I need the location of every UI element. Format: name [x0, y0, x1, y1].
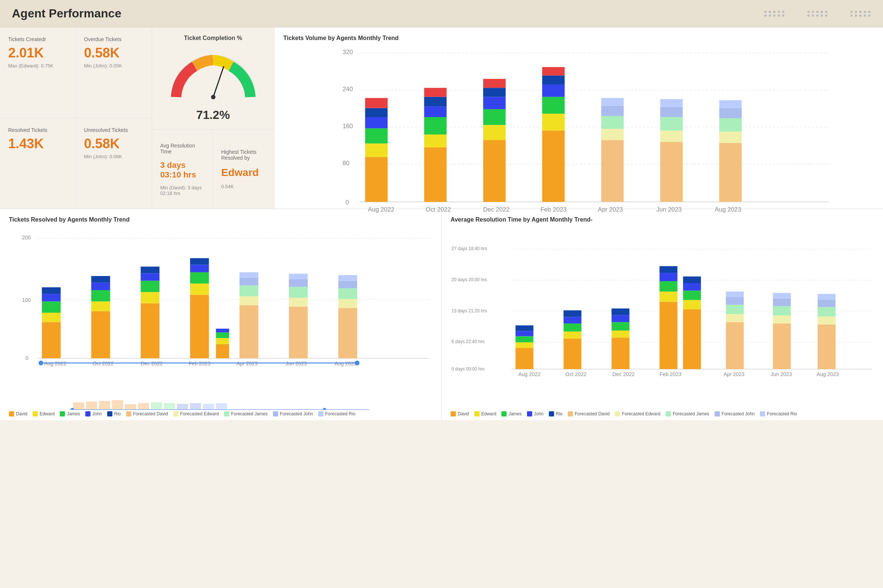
dot: [812, 15, 814, 16]
page-title: Agent Performance: [12, 7, 121, 20]
svg-rect-123: [203, 404, 214, 410]
svg-rect-80: [190, 284, 209, 294]
svg-rect-24: [483, 140, 506, 202]
leg-r-f-david-label: Forecasted David: [133, 411, 168, 417]
svg-rect-72: [91, 283, 110, 290]
svg-rect-73: [91, 276, 110, 283]
dot: [868, 11, 870, 13]
avg-res-highest-row: Avg Resolution Time 3 days 03:10 hrs Min…: [152, 130, 274, 208]
svg-rect-98: [338, 308, 357, 358]
svg-text:Aug 2022: Aug 2022: [44, 360, 66, 366]
leg-a-james: James: [501, 411, 521, 417]
leg-r-james: James: [60, 411, 80, 417]
dot: [812, 11, 814, 13]
dot: [769, 15, 771, 16]
dot: [764, 11, 767, 13]
svg-text:20 days 20:00 hrs: 20 days 20:00 hrs: [452, 277, 487, 282]
leg-a-edward-icon: [474, 411, 480, 417]
svg-rect-172: [773, 293, 791, 298]
svg-rect-170: [773, 306, 791, 315]
svg-rect-30: [542, 130, 565, 202]
svg-text:Apr 2023: Apr 2023: [598, 206, 623, 213]
leg-a-f-edward-label: Forecasted Edward: [622, 411, 660, 417]
leg-r-rio-icon: [107, 411, 112, 417]
resolved-mini-chart: [9, 395, 432, 410]
svg-rect-79: [190, 295, 209, 358]
svg-text:Apr 2023: Apr 2023: [236, 360, 258, 366]
leg-a-f-david-icon: [568, 411, 573, 417]
dot: [816, 15, 818, 16]
leg-a-f-david-label: Forecasted David: [575, 411, 610, 417]
svg-point-112: [355, 360, 360, 365]
resolved-chart-panel: Tickets Resolved by Agents Monthly Trend…: [0, 209, 442, 420]
dot: [773, 11, 775, 13]
leg-a-david: David: [451, 411, 469, 417]
dot: [855, 15, 857, 16]
svg-rect-156: [659, 273, 677, 281]
leg-r-david: David: [9, 411, 27, 417]
leg-r-f-rio-icon: [318, 411, 323, 417]
svg-text:Aug 2023: Aug 2023: [715, 206, 741, 213]
svg-point-1: [211, 95, 215, 99]
svg-rect-14: [365, 128, 388, 143]
avg-res-label: Avg Resolution Time: [160, 142, 205, 154]
gauge-chart: [169, 49, 258, 105]
kpi-tickets-created: Tickets Createdr 2.01K Max (Edward): 0.7…: [0, 27, 76, 118]
svg-rect-101: [338, 281, 357, 288]
svg-rect-146: [564, 317, 582, 324]
leg-a-edward: Edward: [474, 411, 496, 417]
leg-r-f-edward-icon: [173, 411, 178, 417]
svg-rect-157: [659, 266, 677, 273]
leg-r-david-label: David: [16, 411, 27, 417]
highest-name: Edward: [221, 167, 266, 178]
svg-rect-46: [719, 143, 742, 202]
svg-rect-102: [338, 275, 357, 280]
dots-2: [807, 11, 828, 16]
leg-a-f-edward: Forecasted Edward: [615, 411, 660, 417]
svg-text:0: 0: [25, 355, 28, 361]
svg-rect-64: [42, 322, 61, 358]
leg-r-f-david-icon: [126, 411, 131, 417]
svg-text:Apr 2023: Apr 2023: [724, 371, 745, 377]
svg-rect-78: [141, 267, 159, 273]
leg-r-john-icon: [85, 411, 90, 417]
volume-chart-panel: Tickets Volume by Agents Monthly Trend 3…: [274, 27, 883, 208]
dot: [864, 15, 866, 16]
svg-text:13 days 21:20 hrs: 13 days 21:20 hrs: [452, 308, 487, 314]
svg-rect-155: [659, 281, 677, 292]
overdue-label: Overdue Tickets: [84, 36, 144, 42]
leg-a-james-icon: [501, 411, 507, 417]
svg-rect-33: [542, 84, 565, 97]
svg-rect-114: [86, 402, 97, 410]
volume-chart-svg: 320 240 160 80 0: [283, 47, 874, 216]
volume-chart-area: 320 240 160 80 0: [283, 47, 874, 246]
svg-rect-140: [516, 336, 533, 342]
svg-text:Dec 2022: Dec 2022: [612, 371, 635, 377]
dot: [855, 11, 857, 13]
kpi-grid: Tickets Createdr 2.01K Max (Edward): 0.7…: [0, 27, 152, 208]
svg-rect-160: [683, 291, 701, 300]
svg-text:Feb 2023: Feb 2023: [540, 206, 566, 213]
avg-resolution-panel: Avg Resolution Time 3 days 03:10 hrs Min…: [152, 130, 213, 208]
gauge-value: 71.2%: [196, 108, 230, 122]
svg-rect-166: [726, 297, 743, 304]
svg-rect-20: [424, 117, 447, 135]
leg-r-f-james: Forecasted James: [224, 411, 268, 417]
dot: [769, 11, 771, 13]
volume-chart-title: Tickets Volume by Agents Monthly Trend: [283, 35, 874, 42]
unresolved-label: Unresolved Tickets: [84, 127, 144, 133]
leg-r-f-james-icon: [224, 411, 229, 417]
svg-rect-147: [564, 310, 582, 317]
svg-rect-122: [190, 403, 201, 410]
leg-a-david-label: David: [457, 411, 469, 417]
highest-tickets-panel: Highest Tickets Resolved by Edward 0.54K: [213, 130, 274, 208]
svg-rect-145: [564, 324, 582, 332]
leg-r-f-edward-label: Forecasted Edward: [180, 411, 219, 417]
svg-text:27 days 18:40 hrs: 27 days 18:40 hrs: [452, 246, 487, 251]
svg-rect-97: [289, 274, 308, 279]
resolved-label: Resolved Tickets: [8, 127, 68, 133]
svg-line-0: [213, 67, 224, 97]
svg-rect-45: [660, 99, 683, 107]
resolved-chart-area: 200 100 0: [9, 229, 432, 395]
svg-rect-47: [719, 132, 742, 142]
